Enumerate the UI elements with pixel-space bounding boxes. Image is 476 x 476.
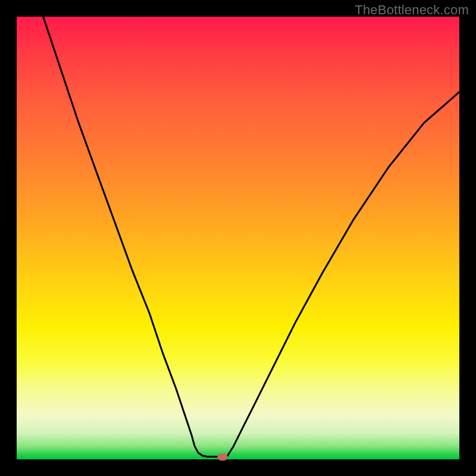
chart-frame: TheBottleneck.com <box>0 0 476 476</box>
watermark-text: TheBottleneck.com <box>355 2 469 18</box>
plot-outer <box>17 17 459 459</box>
plot-gradient-background <box>17 17 459 459</box>
minimum-marker <box>217 453 227 461</box>
